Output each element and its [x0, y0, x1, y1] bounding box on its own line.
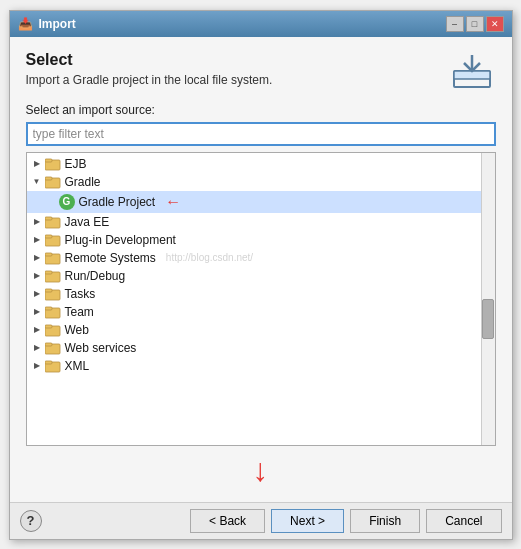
- tree-item-label-plugin-dev: Plug-in Development: [65, 233, 176, 247]
- title-bar: 📥 Import – □ ✕: [10, 11, 512, 37]
- finish-button[interactable]: Finish: [350, 509, 420, 533]
- page-header-text: Select Import a Gradle project in the lo…: [26, 51, 448, 87]
- scrollbar-thumb[interactable]: [482, 299, 494, 339]
- minimize-button[interactable]: –: [446, 16, 464, 32]
- tree-item-gradle[interactable]: ▼ Gradle: [27, 173, 495, 191]
- expand-arrow-run-debug: ▶: [31, 270, 43, 282]
- svg-rect-17: [45, 307, 52, 310]
- tree-item-xml[interactable]: ▶ XML: [27, 357, 495, 375]
- import-dialog: 📥 Import – □ ✕ Select Import a Gradle pr…: [9, 10, 513, 540]
- tree-item-label-gradle: Gradle: [65, 175, 101, 189]
- tree-item-label-team: Team: [65, 305, 94, 319]
- tree-item-tasks[interactable]: ▶ Tasks: [27, 285, 495, 303]
- tree-item-label-tasks: Tasks: [65, 287, 96, 301]
- tree-item-run-debug[interactable]: ▶ Run/Debug: [27, 267, 495, 285]
- tree-item-label-xml: XML: [65, 359, 90, 373]
- svg-rect-23: [45, 361, 52, 364]
- folder-icon-tasks: [45, 287, 61, 301]
- tree-container: ▶ EJB ▼ Gradle ▶ G: [26, 152, 496, 446]
- expand-arrow-gradle: ▼: [31, 176, 43, 188]
- maximize-button[interactable]: □: [466, 16, 484, 32]
- folder-icon-run-debug: [45, 269, 61, 283]
- tree-item-remote-systems[interactable]: ▶ Remote Systems http://blog.csdn.net/: [27, 249, 495, 267]
- folder-icon-java-ee: [45, 215, 61, 229]
- cancel-button[interactable]: Cancel: [426, 509, 501, 533]
- close-button[interactable]: ✕: [486, 16, 504, 32]
- dialog-content: Select Import a Gradle project in the lo…: [10, 37, 512, 500]
- page-title: Select: [26, 51, 448, 69]
- title-icon: 📥: [18, 17, 33, 31]
- folder-icon-web-services: [45, 341, 61, 355]
- folder-icon-web: [45, 323, 61, 337]
- section-label: Select an import source:: [26, 103, 496, 117]
- tree-item-web[interactable]: ▶ Web: [27, 321, 495, 339]
- svg-rect-7: [45, 217, 52, 220]
- svg-rect-21: [45, 343, 52, 346]
- expand-arrow-plugin-dev: ▶: [31, 234, 43, 246]
- tree-item-label-run-debug: Run/Debug: [65, 269, 126, 283]
- svg-rect-13: [45, 271, 52, 274]
- tree-item-plugin-dev[interactable]: ▶ Plug-in Development: [27, 231, 495, 249]
- expand-arrow-web: ▶: [31, 324, 43, 336]
- filter-input[interactable]: [26, 122, 496, 146]
- tree-item-label-web-services: Web services: [65, 341, 137, 355]
- svg-rect-3: [45, 159, 52, 162]
- page-header: Select Import a Gradle project in the lo…: [26, 51, 496, 91]
- expand-arrow-java-ee: ▶: [31, 216, 43, 228]
- folder-icon-ejb: [45, 157, 61, 171]
- folder-icon-team: [45, 305, 61, 319]
- svg-rect-9: [45, 235, 52, 238]
- svg-rect-19: [45, 325, 52, 328]
- tree-item-label-web: Web: [65, 323, 89, 337]
- window-title: Import: [39, 17, 76, 31]
- svg-rect-11: [45, 253, 52, 256]
- watermark-text: http://blog.csdn.net/: [166, 252, 253, 263]
- page-subtitle: Import a Gradle project in the local fil…: [26, 73, 448, 87]
- next-button[interactable]: Next >: [271, 509, 344, 533]
- tree-list: ▶ EJB ▼ Gradle ▶ G: [27, 153, 495, 445]
- folder-icon-plugin-dev: [45, 233, 61, 247]
- tree-item-team[interactable]: ▶ Team: [27, 303, 495, 321]
- expand-arrow-xml: ▶: [31, 360, 43, 372]
- title-bar-controls: – □ ✕: [446, 16, 504, 32]
- title-bar-title: 📥 Import: [18, 17, 76, 31]
- folder-icon-xml: [45, 359, 61, 373]
- gradle-g-icon: G: [59, 194, 75, 210]
- back-button[interactable]: < Back: [190, 509, 265, 533]
- tree-item-web-services[interactable]: ▶ Web services: [27, 339, 495, 357]
- svg-rect-5: [45, 177, 52, 180]
- folder-icon-gradle: [45, 175, 61, 189]
- tree-item-label-java-ee: Java EE: [65, 215, 110, 229]
- tree-item-gradle-project[interactable]: ▶ G Gradle Project ←: [27, 191, 495, 213]
- expand-arrow-ejb: ▶: [31, 158, 43, 170]
- expand-arrow-web-services: ▶: [31, 342, 43, 354]
- expand-arrow-team: ▶: [31, 306, 43, 318]
- arrow-annotation-container: ↓: [26, 446, 496, 490]
- help-button[interactable]: ?: [20, 510, 42, 532]
- folder-icon-remote-systems: [45, 251, 61, 265]
- tree-item-java-ee[interactable]: ▶ Java EE: [27, 213, 495, 231]
- expand-arrow-remote-systems: ▶: [31, 252, 43, 264]
- tree-item-label-gradle-project: Gradle Project: [79, 195, 156, 209]
- expand-arrow-tasks: ▶: [31, 288, 43, 300]
- import-icon: [448, 51, 496, 91]
- button-bar: ? < Back Next > Finish Cancel: [10, 502, 512, 539]
- tree-item-ejb[interactable]: ▶ EJB: [27, 155, 495, 173]
- tree-item-label-ejb: EJB: [65, 157, 87, 171]
- svg-rect-15: [45, 289, 52, 292]
- scrollbar-track[interactable]: [481, 153, 495, 445]
- annotation-arrow: ←: [165, 193, 181, 211]
- tree-item-label-remote-systems: Remote Systems: [65, 251, 156, 265]
- arrow-down-icon: ↓: [253, 454, 269, 486]
